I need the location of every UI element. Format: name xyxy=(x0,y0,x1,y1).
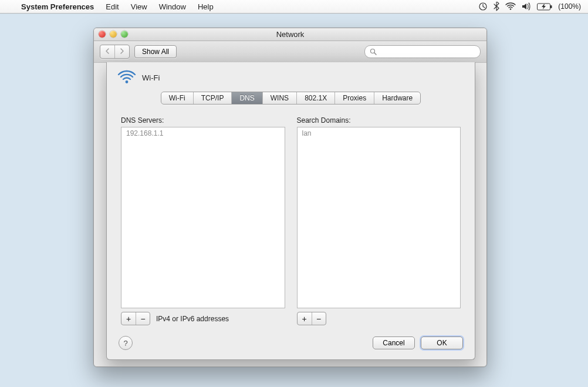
dns-servers-list[interactable]: 192.168.1.1 xyxy=(121,127,285,308)
menu-window[interactable]: Window xyxy=(153,2,192,11)
cancel-button[interactable]: Cancel xyxy=(373,336,415,349)
menubar: System Preferences Edit View Window Help… xyxy=(0,0,588,14)
help-button[interactable]: ? xyxy=(119,336,133,350)
svg-point-4 xyxy=(371,49,375,53)
dns-hint: IPv4 or IPv6 addresses xyxy=(156,315,229,323)
forward-button[interactable] xyxy=(114,45,129,58)
close-button[interactable] xyxy=(99,31,106,38)
interface-name: Wi-Fi xyxy=(142,73,160,82)
search-field[interactable] xyxy=(364,45,481,58)
nav-back-forward xyxy=(100,45,130,59)
preferences-window: Network Show All Location: Automatic Sta… xyxy=(93,28,487,367)
tab-wifi[interactable]: Wi-Fi xyxy=(161,92,193,104)
back-button[interactable] xyxy=(100,45,114,58)
advanced-sheet: Wi-Fi Wi-Fi TCP/IP DNS WINS 802.1X Proxi… xyxy=(106,62,475,360)
tab-proxies[interactable]: Proxies xyxy=(334,92,374,104)
svg-line-5 xyxy=(374,53,376,55)
wifi-icon[interactable] xyxy=(505,2,516,11)
status-area: (100%) xyxy=(478,2,588,11)
search-domains-list[interactable]: lan xyxy=(297,127,461,308)
time-machine-icon[interactable] xyxy=(478,2,488,11)
zoom-button[interactable] xyxy=(121,31,128,38)
list-item[interactable]: lan xyxy=(298,127,461,139)
tab-wins[interactable]: WINS xyxy=(262,92,296,104)
bluetooth-icon[interactable] xyxy=(494,2,499,11)
svg-point-1 xyxy=(510,8,512,10)
titlebar[interactable]: Network xyxy=(94,28,486,41)
minimize-button[interactable] xyxy=(110,31,117,38)
tab-tcpip[interactable]: TCP/IP xyxy=(193,92,232,104)
ok-button[interactable]: OK xyxy=(421,336,463,349)
domain-remove-button[interactable]: − xyxy=(312,312,326,325)
menu-help[interactable]: Help xyxy=(192,2,219,11)
volume-icon[interactable] xyxy=(522,2,531,11)
tab-8021x[interactable]: 802.1X xyxy=(296,92,334,104)
window-title: Network xyxy=(276,30,305,39)
show-all-button[interactable]: Show All xyxy=(134,45,177,58)
dns-remove-button[interactable]: − xyxy=(136,312,150,325)
search-domains-label: Search Domains: xyxy=(297,116,461,124)
battery-percent: (100%) xyxy=(558,2,581,11)
dns-servers-label: DNS Servers: xyxy=(121,116,285,124)
tab-hardware[interactable]: Hardware xyxy=(374,92,420,104)
list-item[interactable]: 192.168.1.1 xyxy=(121,127,285,139)
search-input[interactable] xyxy=(380,47,475,56)
tab-dns[interactable]: DNS xyxy=(231,92,262,104)
dns-add-button[interactable]: + xyxy=(121,312,136,325)
app-menu[interactable]: System Preferences xyxy=(15,2,100,11)
svg-point-7 xyxy=(126,80,129,83)
domain-add-button[interactable]: + xyxy=(298,312,312,325)
tab-strip: Wi-Fi TCP/IP DNS WINS 802.1X Proxies Har… xyxy=(161,92,421,105)
battery-icon[interactable] xyxy=(537,3,552,11)
toolbar: Show All xyxy=(94,41,486,63)
svg-rect-3 xyxy=(550,5,552,8)
search-icon xyxy=(370,48,377,55)
menu-view[interactable]: View xyxy=(125,2,153,11)
wifi-interface-icon xyxy=(117,69,136,86)
menu-edit[interactable]: Edit xyxy=(100,2,124,11)
